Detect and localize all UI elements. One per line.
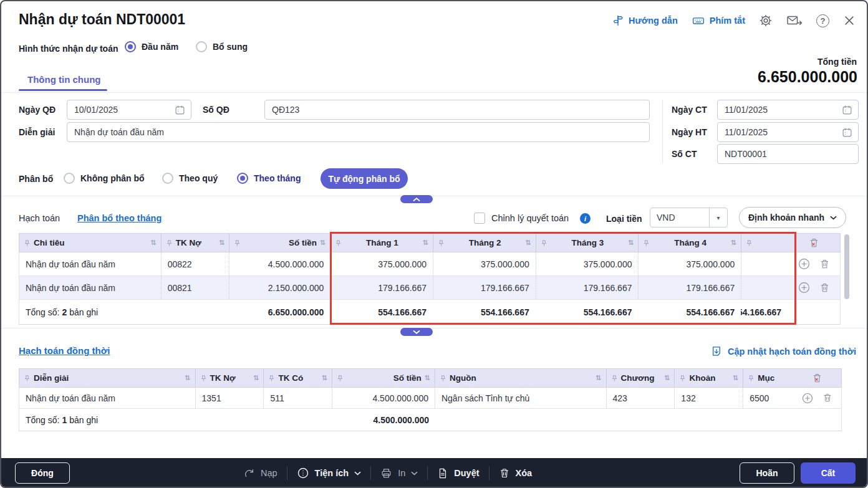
- cell-thang-2[interactable]: 179.166.667: [433, 276, 536, 299]
- cell-thang-4[interactable]: 375.000.000: [638, 252, 741, 275]
- pin-icon[interactable]: [748, 375, 755, 382]
- delete-all-rows-icon[interactable]: ×: [809, 237, 819, 249]
- add-row-icon[interactable]: [798, 257, 811, 270]
- column-header-nguon[interactable]: Nguồn ⇅: [435, 369, 606, 387]
- column-header-tk-co[interactable]: TK Có ⇅: [263, 369, 332, 387]
- utilities-button[interactable]: Tiện ích: [297, 467, 362, 479]
- ngay-ct-field[interactable]: [717, 100, 859, 120]
- sort-icon[interactable]: ⇅: [322, 374, 327, 382]
- sort-icon[interactable]: ⇅: [425, 374, 430, 382]
- scrollbar-thumb[interactable]: [844, 234, 849, 299]
- collapse-down-toggle[interactable]: [400, 328, 433, 336]
- column-header-chi-tieu[interactable]: Chi tiêu ⇅: [19, 234, 161, 252]
- sort-icon[interactable]: ⇅: [185, 374, 190, 382]
- column-header-chuong[interactable]: Chương ⇅: [606, 369, 675, 387]
- radio-theo-thang[interactable]: Theo tháng: [237, 173, 301, 184]
- pin-icon[interactable]: [24, 239, 31, 247]
- cell-chi-tieu[interactable]: Nhận dự toán đầu năm: [19, 252, 161, 275]
- delete-all-rows-icon[interactable]: ×: [812, 373, 822, 384]
- cell-nguon[interactable]: Ngân sách Tỉnh tự chủ: [435, 388, 606, 408]
- calendar-icon[interactable]: [175, 105, 185, 115]
- update-simultaneous-link[interactable]: Cập nhật hạch toán đồng thời: [711, 345, 856, 357]
- settings-gear-icon[interactable]: [759, 14, 773, 27]
- pin-icon[interactable]: [166, 239, 173, 247]
- radio-theo-quy[interactable]: Theo quý: [162, 173, 218, 184]
- sort-icon[interactable]: ⇅: [628, 239, 634, 247]
- quick-entry-button[interactable]: Định khoản nhanh: [739, 207, 846, 228]
- cell-dien-giai[interactable]: Nhận dự toán đầu năm: [19, 388, 195, 408]
- close-button[interactable]: Đóng: [15, 462, 70, 484]
- collapse-up-toggle[interactable]: [400, 195, 433, 203]
- column-header-muc[interactable]: Mục: [743, 369, 793, 387]
- cell-khoan[interactable]: 132: [674, 388, 743, 408]
- pin-icon[interactable]: [24, 375, 31, 382]
- cell-so-tien[interactable]: 2.150.000.000: [229, 276, 330, 299]
- save-button[interactable]: Cất: [801, 462, 856, 484]
- dien-giai-field[interactable]: [67, 122, 650, 142]
- sort-icon[interactable]: ⇅: [253, 374, 259, 382]
- cell-chi-tieu[interactable]: Nhận dự toán đầu năm: [19, 276, 161, 299]
- pin-icon[interactable]: [268, 375, 275, 382]
- help-icon[interactable]: ?: [816, 14, 829, 27]
- cell-thang-5-partial[interactable]: 375.000.000: [741, 252, 788, 275]
- so-ct-input[interactable]: [723, 148, 852, 160]
- phan-bo-theo-thang-link[interactable]: Phân bổ theo tháng: [77, 213, 162, 223]
- so-ct-field[interactable]: [717, 144, 859, 164]
- ngay-ht-field[interactable]: [717, 122, 859, 142]
- print-button[interactable]: In: [380, 467, 418, 479]
- currency-select[interactable]: VND ▾: [650, 208, 728, 227]
- column-header-so-tien[interactable]: Số tiền ⇅: [332, 369, 435, 387]
- pin-icon[interactable]: [200, 375, 207, 382]
- column-header-thang-4[interactable]: Tháng 4 ⇅: [638, 234, 741, 252]
- column-header-thang-2[interactable]: Tháng 2 ⇅: [433, 234, 536, 252]
- column-header-khoan[interactable]: Khoản ⇅: [674, 369, 743, 387]
- sort-icon[interactable]: ⇅: [219, 239, 224, 247]
- ngay-qd-field[interactable]: [67, 100, 191, 120]
- close-icon[interactable]: [843, 14, 856, 27]
- table-row[interactable]: Nhận dự toán đầu năm 1351 511 4.500.000.…: [19, 388, 842, 409]
- cell-thang-3[interactable]: 375.000.000: [536, 252, 639, 275]
- delete-row-icon[interactable]: [822, 393, 832, 403]
- cell-tk-no[interactable]: 00822: [161, 252, 229, 275]
- column-header-so-tien[interactable]: Số tiền ⇅: [229, 234, 330, 252]
- dien-giai-input[interactable]: [73, 127, 644, 138]
- ngay-ht-input[interactable]: [723, 127, 842, 138]
- sort-icon[interactable]: ⇅: [320, 239, 326, 247]
- cell-thang-1[interactable]: 179.166.667: [330, 276, 433, 299]
- column-header-thang-5-partial[interactable]: [741, 234, 788, 252]
- column-header-dien-giai[interactable]: Diễn giải ⇅: [19, 369, 195, 387]
- column-header-tk-no[interactable]: TK Nợ ⇅: [195, 369, 264, 387]
- cell-thang-3[interactable]: 179.166.667: [536, 276, 639, 299]
- delete-row-icon[interactable]: [819, 259, 830, 270]
- radio-bo-sung[interactable]: Bổ sung: [196, 41, 248, 52]
- radio-dau-nam[interactable]: Đầu năm: [125, 41, 178, 52]
- delete-row-icon[interactable]: [819, 282, 830, 294]
- table-row[interactable]: Nhận dự toán đầu năm 00822 4.500.000.000…: [19, 252, 841, 276]
- cell-thang-1[interactable]: 375.000.000: [330, 252, 433, 275]
- pin-icon[interactable]: [746, 239, 753, 247]
- approve-button[interactable]: Duyệt: [437, 467, 479, 479]
- pin-icon[interactable]: [679, 375, 686, 382]
- column-header-thang-3[interactable]: Tháng 3 ⇅: [536, 234, 639, 252]
- add-row-icon[interactable]: [801, 392, 814, 404]
- column-header-thang-1[interactable]: Tháng 1 ⇅: [330, 234, 433, 252]
- pin-icon[interactable]: [438, 239, 445, 247]
- pin-icon[interactable]: [541, 239, 547, 247]
- cell-thang-4[interactable]: 179.166.667: [638, 276, 741, 299]
- ngay-qd-input[interactable]: [73, 104, 175, 115]
- sort-icon[interactable]: ⇅: [733, 374, 738, 382]
- sort-icon[interactable]: ⇅: [596, 374, 601, 382]
- sort-icon[interactable]: ⇅: [423, 239, 428, 247]
- cell-so-tien[interactable]: 4.500.000.000: [332, 388, 435, 408]
- pin-icon[interactable]: [440, 375, 446, 382]
- cell-muc[interactable]: 6500: [743, 388, 793, 408]
- tab-thong-tin-chung[interactable]: Thông tin chung: [27, 74, 100, 85]
- calendar-icon[interactable]: [842, 105, 852, 115]
- chinh-ly-checkbox[interactable]: [474, 213, 485, 224]
- cell-thang-5-partial[interactable]: 179.166.667: [741, 276, 788, 299]
- delete-button[interactable]: Xóa: [499, 467, 533, 479]
- hach-toan-dong-thoi-link[interactable]: Hạch toán đồng thời: [19, 345, 110, 356]
- ngay-ct-input[interactable]: [723, 104, 842, 115]
- cell-chuong[interactable]: 423: [606, 388, 675, 408]
- pin-icon[interactable]: [234, 239, 241, 247]
